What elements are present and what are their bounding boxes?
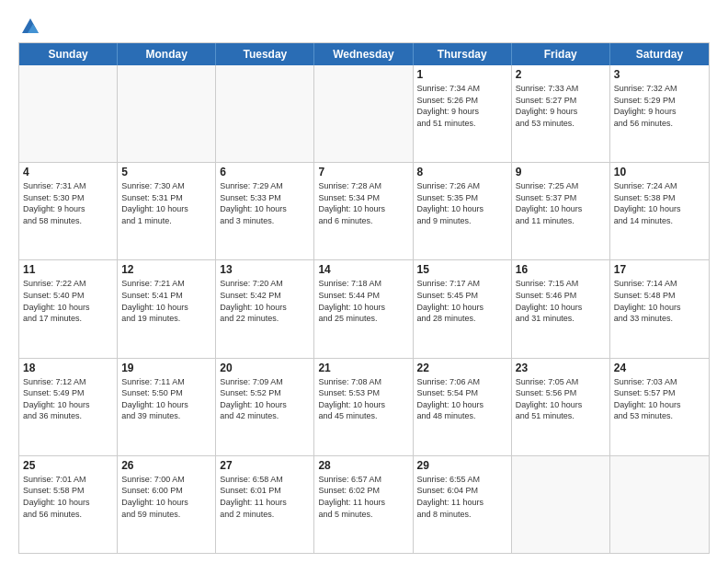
day-info: Sunrise: 7:22 AM Sunset: 5:40 PM Dayligh…	[23, 278, 113, 324]
day-number: 7	[318, 166, 408, 178]
calendar-cell: 19Sunrise: 7:11 AM Sunset: 5:50 PM Dayli…	[118, 359, 216, 455]
calendar-cell: 3Sunrise: 7:32 AM Sunset: 5:29 PM Daylig…	[610, 65, 709, 162]
day-info: Sunrise: 7:14 AM Sunset: 5:48 PM Dayligh…	[614, 278, 705, 324]
logo	[18, 17, 40, 37]
day-number: 23	[516, 362, 606, 374]
calendar-cell: 27Sunrise: 6:58 AM Sunset: 6:01 PM Dayli…	[216, 456, 314, 553]
day-info: Sunrise: 7:00 AM Sunset: 6:00 PM Dayligh…	[121, 474, 211, 520]
day-info: Sunrise: 6:55 AM Sunset: 6:04 PM Dayligh…	[417, 474, 507, 520]
calendar-cell	[314, 65, 413, 162]
calendar-cell: 18Sunrise: 7:12 AM Sunset: 5:49 PM Dayli…	[19, 359, 118, 455]
day-info: Sunrise: 7:05 AM Sunset: 5:56 PM Dayligh…	[516, 376, 606, 422]
calendar-cell: 6Sunrise: 7:29 AM Sunset: 5:33 PM Daylig…	[216, 163, 314, 259]
day-info: Sunrise: 7:18 AM Sunset: 5:44 PM Dayligh…	[318, 278, 408, 324]
day-info: Sunrise: 7:25 AM Sunset: 5:37 PM Dayligh…	[516, 180, 606, 226]
weekday-header: Monday	[118, 43, 216, 65]
day-info: Sunrise: 7:34 AM Sunset: 5:26 PM Dayligh…	[417, 83, 507, 129]
calendar-cell: 23Sunrise: 7:05 AM Sunset: 5:56 PM Dayli…	[512, 359, 610, 455]
day-info: Sunrise: 7:33 AM Sunset: 5:27 PM Dayligh…	[516, 83, 606, 129]
day-info: Sunrise: 7:08 AM Sunset: 5:53 PM Dayligh…	[318, 376, 408, 422]
day-number: 12	[121, 263, 211, 276]
day-number: 27	[220, 459, 310, 472]
calendar-row: 18Sunrise: 7:12 AM Sunset: 5:49 PM Dayli…	[19, 358, 709, 455]
day-number: 22	[417, 362, 507, 374]
day-info: Sunrise: 7:15 AM Sunset: 5:46 PM Dayligh…	[516, 278, 606, 324]
calendar-cell	[610, 456, 709, 553]
calendar-cell: 25Sunrise: 7:01 AM Sunset: 5:58 PM Dayli…	[19, 456, 118, 553]
day-number: 9	[516, 166, 606, 178]
day-number: 5	[121, 166, 211, 178]
day-info: Sunrise: 7:32 AM Sunset: 5:29 PM Dayligh…	[614, 83, 705, 129]
calendar-cell: 21Sunrise: 7:08 AM Sunset: 5:53 PM Dayli…	[314, 359, 413, 455]
weekday-header: Sunday	[19, 43, 118, 65]
calendar-cell: 11Sunrise: 7:22 AM Sunset: 5:40 PM Dayli…	[19, 260, 118, 357]
calendar-cell: 8Sunrise: 7:26 AM Sunset: 5:35 PM Daylig…	[414, 163, 512, 259]
weekday-header: Tuesday	[216, 43, 314, 65]
calendar-cell: 24Sunrise: 7:03 AM Sunset: 5:57 PM Dayli…	[610, 359, 709, 455]
day-info: Sunrise: 7:29 AM Sunset: 5:33 PM Dayligh…	[220, 180, 310, 226]
day-info: Sunrise: 7:12 AM Sunset: 5:49 PM Dayligh…	[23, 376, 113, 422]
calendar-cell: 5Sunrise: 7:30 AM Sunset: 5:31 PM Daylig…	[118, 163, 216, 259]
calendar-cell: 20Sunrise: 7:09 AM Sunset: 5:52 PM Dayli…	[216, 359, 314, 455]
weekday-header: Wednesday	[314, 43, 413, 65]
day-number: 24	[614, 362, 705, 374]
day-info: Sunrise: 6:57 AM Sunset: 6:02 PM Dayligh…	[318, 474, 408, 520]
calendar-cell	[118, 65, 216, 162]
day-number: 4	[23, 166, 113, 178]
calendar-cell: 16Sunrise: 7:15 AM Sunset: 5:46 PM Dayli…	[512, 260, 610, 357]
calendar-cell	[216, 65, 314, 162]
calendar-row: 4Sunrise: 7:31 AM Sunset: 5:30 PM Daylig…	[19, 162, 709, 259]
weekday-header: Thursday	[414, 43, 512, 65]
day-number: 29	[417, 459, 507, 472]
day-info: Sunrise: 7:26 AM Sunset: 5:35 PM Dayligh…	[417, 180, 507, 226]
calendar-row: 11Sunrise: 7:22 AM Sunset: 5:40 PM Dayli…	[19, 259, 709, 357]
calendar-cell: 28Sunrise: 6:57 AM Sunset: 6:02 PM Dayli…	[314, 456, 413, 553]
day-info: Sunrise: 7:03 AM Sunset: 5:57 PM Dayligh…	[614, 376, 705, 422]
weekday-header: Friday	[512, 43, 610, 65]
calendar-row: 25Sunrise: 7:01 AM Sunset: 5:58 PM Dayli…	[19, 455, 709, 553]
calendar-cell: 7Sunrise: 7:28 AM Sunset: 5:34 PM Daylig…	[314, 163, 413, 259]
calendar-cell: 22Sunrise: 7:06 AM Sunset: 5:54 PM Dayli…	[414, 359, 512, 455]
day-info: Sunrise: 7:28 AM Sunset: 5:34 PM Dayligh…	[318, 180, 408, 226]
calendar-cell: 14Sunrise: 7:18 AM Sunset: 5:44 PM Dayli…	[314, 260, 413, 357]
page: SundayMondayTuesdayWednesdayThursdayFrid…	[0, 0, 728, 563]
day-info: Sunrise: 7:30 AM Sunset: 5:31 PM Dayligh…	[121, 180, 211, 226]
day-number: 19	[121, 362, 211, 374]
day-number: 14	[318, 263, 408, 276]
day-number: 17	[614, 263, 705, 276]
day-number: 6	[220, 166, 310, 178]
calendar-cell: 4Sunrise: 7:31 AM Sunset: 5:30 PM Daylig…	[19, 163, 118, 259]
day-info: Sunrise: 7:17 AM Sunset: 5:45 PM Dayligh…	[417, 278, 507, 324]
calendar: SundayMondayTuesdayWednesdayThursdayFrid…	[18, 42, 710, 554]
day-info: Sunrise: 6:58 AM Sunset: 6:01 PM Dayligh…	[220, 474, 310, 520]
day-info: Sunrise: 7:06 AM Sunset: 5:54 PM Dayligh…	[417, 376, 507, 422]
day-number: 28	[318, 459, 408, 472]
day-number: 1	[417, 68, 507, 81]
day-number: 15	[417, 263, 507, 276]
calendar-cell: 10Sunrise: 7:24 AM Sunset: 5:38 PM Dayli…	[610, 163, 709, 259]
day-number: 25	[23, 459, 113, 472]
day-info: Sunrise: 7:31 AM Sunset: 5:30 PM Dayligh…	[23, 180, 113, 226]
calendar-cell: 26Sunrise: 7:00 AM Sunset: 6:00 PM Dayli…	[118, 456, 216, 553]
calendar-cell: 2Sunrise: 7:33 AM Sunset: 5:27 PM Daylig…	[512, 65, 610, 162]
calendar-cell	[19, 65, 118, 162]
day-number: 16	[516, 263, 606, 276]
calendar-cell	[512, 456, 610, 553]
day-number: 8	[417, 166, 507, 178]
day-number: 2	[516, 68, 606, 81]
day-number: 20	[220, 362, 310, 374]
calendar-cell: 12Sunrise: 7:21 AM Sunset: 5:41 PM Dayli…	[118, 260, 216, 357]
calendar-cell: 29Sunrise: 6:55 AM Sunset: 6:04 PM Dayli…	[414, 456, 512, 553]
day-number: 21	[318, 362, 408, 374]
weekday-header: Saturday	[610, 43, 709, 65]
day-number: 13	[220, 263, 310, 276]
calendar-cell: 1Sunrise: 7:34 AM Sunset: 5:26 PM Daylig…	[414, 65, 512, 162]
calendar-cell: 13Sunrise: 7:20 AM Sunset: 5:42 PM Dayli…	[216, 260, 314, 357]
calendar-body: 1Sunrise: 7:34 AM Sunset: 5:26 PM Daylig…	[19, 65, 709, 553]
day-info: Sunrise: 7:11 AM Sunset: 5:50 PM Dayligh…	[121, 376, 211, 422]
day-info: Sunrise: 7:01 AM Sunset: 5:58 PM Dayligh…	[23, 474, 113, 520]
day-number: 26	[121, 459, 211, 472]
calendar-row: 1Sunrise: 7:34 AM Sunset: 5:26 PM Daylig…	[19, 65, 709, 162]
header	[18, 17, 710, 37]
day-info: Sunrise: 7:20 AM Sunset: 5:42 PM Dayligh…	[220, 278, 310, 324]
